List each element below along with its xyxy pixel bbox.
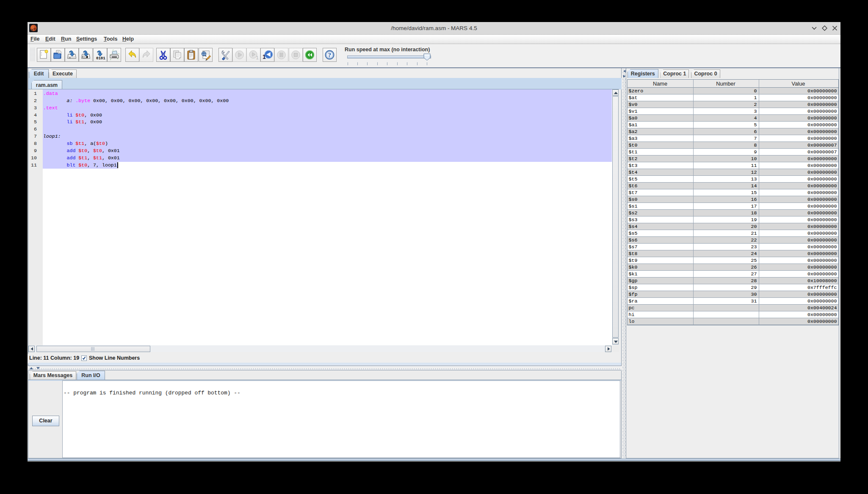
svg-text:1: 1	[256, 55, 259, 60]
svg-text:0101: 0101	[96, 56, 105, 61]
svg-text:?: ?	[328, 52, 332, 58]
